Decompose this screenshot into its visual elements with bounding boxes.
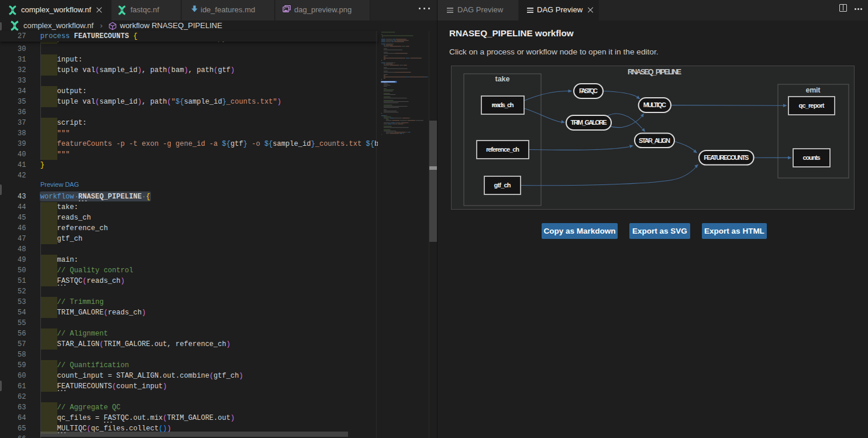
svg-text:reference_ch: reference_ch	[486, 146, 519, 153]
svg-text:gtf_ch: gtf_ch	[494, 182, 511, 189]
svg-text:reads_ch: reads_ch	[492, 101, 514, 108]
svg-text:FEATURECOUNTS: FEATURECOUNTS	[704, 154, 749, 161]
svg-text:counts: counts	[803, 154, 821, 161]
svg-text:emit: emit	[806, 86, 821, 94]
svg-text:STAR_ALIGN: STAR_ALIGN	[639, 137, 670, 144]
svg-text:TRIM_GALORE: TRIM_GALORE	[571, 119, 607, 126]
svg-text:FASTQC: FASTQC	[579, 87, 598, 94]
svg-text:MULTIQC: MULTIQC	[643, 101, 666, 108]
svg-text:take: take	[495, 75, 510, 83]
svg-text:RNASEQ_PIPELINE: RNASEQ_PIPELINE	[628, 68, 681, 76]
svg-text:qc_report: qc_report	[799, 102, 825, 109]
